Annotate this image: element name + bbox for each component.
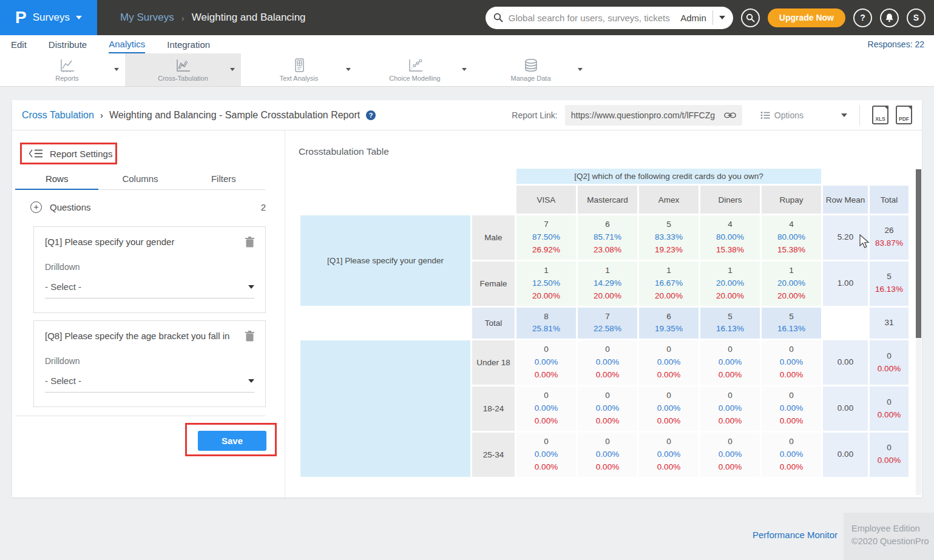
tab-rows[interactable]: Rows <box>15 172 98 190</box>
nav-distribute[interactable]: Distribute <box>49 35 87 53</box>
data-cell: 722.58% <box>578 308 637 339</box>
chevron-down-icon[interactable] <box>230 68 235 71</box>
toolbar-manage-data[interactable]: Manage Data <box>473 53 589 86</box>
row-label: Male <box>472 215 515 260</box>
report-settings-button[interactable]: Report Settings <box>20 143 117 164</box>
row-total-cell: 00.00% <box>870 340 909 385</box>
report-settings-panel: Report Settings Rows Columns Filters + Q… <box>12 130 285 498</box>
row-mean-cell <box>823 308 868 339</box>
add-question-button[interactable]: + <box>30 201 42 213</box>
surveys-product-menu[interactable]: P Surveys <box>0 0 97 35</box>
account-avatar[interactable]: S <box>907 8 926 27</box>
global-search-input[interactable]: Global search for users, surveys, ticket… <box>486 7 733 29</box>
row-mean-cell: 0.00 <box>823 340 868 385</box>
data-cell: 00.00%0.00% <box>700 340 760 385</box>
page-fold <box>907 106 912 110</box>
row-group-spacer <box>300 308 470 339</box>
report-settings-label: Report Settings <box>50 149 112 159</box>
chevron-down-icon[interactable] <box>114 68 119 71</box>
crosstab-table: [Q2] which of the following credit cards… <box>299 167 910 479</box>
nav-edit[interactable]: Edit <box>11 35 27 53</box>
chevron-down-icon <box>76 16 82 19</box>
breadcrumb-my-surveys[interactable]: My Surveys <box>120 12 174 24</box>
upgrade-now-button[interactable]: Upgrade Now <box>768 8 845 27</box>
data-cell: 00.00%0.00% <box>700 433 760 477</box>
page-fold <box>884 106 888 110</box>
table-scrollbar-thumb[interactable] <box>916 169 921 338</box>
data-cell: 00.00%0.00% <box>516 340 576 385</box>
table-scrollbar[interactable] <box>916 169 921 495</box>
export-xls-button[interactable]: XLS <box>872 106 888 124</box>
questions-header: + Questions 2 <box>30 198 266 215</box>
report-header-actions: Report Link: https://www.questionpro.com… <box>512 105 912 126</box>
data-cell: 00.00%0.00% <box>578 386 637 431</box>
chevron-down-icon[interactable] <box>719 16 725 19</box>
row-label: Female <box>472 261 515 306</box>
text-analysis-icon <box>293 58 306 73</box>
data-cell: 480.00%15.38% <box>762 215 821 260</box>
data-cell: 516.13% <box>762 308 821 339</box>
delete-icon[interactable] <box>245 237 254 248</box>
drilldown-select-value: - Select - <box>45 282 248 292</box>
toolbar-text-analysis[interactable]: Text Analysis <box>241 53 357 86</box>
search-icon <box>746 13 755 22</box>
help-button[interactable]: ? <box>853 8 872 27</box>
product-menu-label: Surveys <box>33 12 70 24</box>
data-cell: 00.00%0.00% <box>516 433 576 477</box>
toolbar-reports[interactable]: Reports <box>9 53 125 86</box>
column-header: Rupay <box>762 186 821 214</box>
toolbar-cross-tabulation-label: Cross-Tabulation <box>158 75 208 82</box>
link-icon <box>724 112 736 119</box>
report-link-url[interactable]: https://www.questionpro.com/t/lFFCZg <box>571 110 719 120</box>
search-scope-selector[interactable]: Admin <box>680 13 706 23</box>
list-icon <box>760 111 770 120</box>
help-icon[interactable]: ? <box>366 110 376 120</box>
questions-label: Questions <box>50 202 91 212</box>
options-menu[interactable]: Options <box>760 110 804 120</box>
total-header: Total <box>870 186 909 214</box>
drilldown-label: Drilldown <box>45 262 254 272</box>
report-link-input[interactable]: https://www.questionpro.com/t/lFFCZg <box>565 105 742 126</box>
table-corner-spacer <box>300 186 515 214</box>
breadcrumb-separator: › <box>100 110 103 120</box>
xls-label: XLS <box>873 116 887 122</box>
drilldown-select[interactable]: - Select - <box>45 376 254 393</box>
report-link-label: Report Link: <box>512 110 557 120</box>
collapse-panel-icon <box>29 149 44 158</box>
report-header: Cross Tabulation › Weighting and Balanci… <box>12 100 922 130</box>
notifications-button[interactable] <box>880 8 899 27</box>
drilldown-select[interactable]: - Select - <box>45 282 254 299</box>
nav-analytics[interactable]: Analytics <box>109 35 145 53</box>
chevron-down-icon[interactable] <box>841 113 847 117</box>
data-cell: 00.00%0.00% <box>762 433 821 477</box>
edition-line2: ©2020 QuestionPro <box>851 535 934 548</box>
tab-columns[interactable]: Columns <box>98 172 181 190</box>
cross-tabulation-link[interactable]: Cross Tabulation <box>22 110 94 121</box>
tab-filters[interactable]: Filters <box>182 172 265 190</box>
chevron-down-icon <box>248 285 254 289</box>
search-icon <box>493 13 503 22</box>
row-label: Under 18 <box>472 340 515 385</box>
toolbar-cross-tabulation[interactable]: Cross-Tabulation <box>125 53 241 86</box>
toolbar-choice-modelling[interactable]: Choice Modelling <box>357 53 473 86</box>
options-label: Options <box>774 110 804 120</box>
row-mean-cell: 0.00 <box>823 433 868 477</box>
performance-monitor-link[interactable]: Performance Monitor <box>753 530 838 540</box>
chevron-down-icon[interactable] <box>578 68 583 71</box>
breadcrumb: My Surveys › Weighting and Balancing <box>120 12 306 24</box>
toolbar-reports-label: Reports <box>55 75 79 82</box>
data-cell: 00.00%0.00% <box>578 340 637 385</box>
toolbar-choice-modelling-label: Choice Modelling <box>389 75 440 82</box>
row-mean-cell: 0.00 <box>823 386 868 431</box>
save-button[interactable]: Save <box>198 431 266 451</box>
export-pdf-button[interactable]: PDF <box>896 106 912 124</box>
search-button[interactable] <box>741 8 760 27</box>
nav-integration[interactable]: Integration <box>167 35 210 53</box>
toolbar-text-analysis-label: Text Analysis <box>280 75 319 82</box>
data-cell: 114.29%20.00% <box>578 261 637 306</box>
delete-icon[interactable] <box>245 331 254 342</box>
chevron-down-icon[interactable] <box>346 68 351 71</box>
chevron-down-icon[interactable] <box>462 68 467 71</box>
database-icon <box>523 58 539 73</box>
column-header: Diners <box>700 186 760 214</box>
